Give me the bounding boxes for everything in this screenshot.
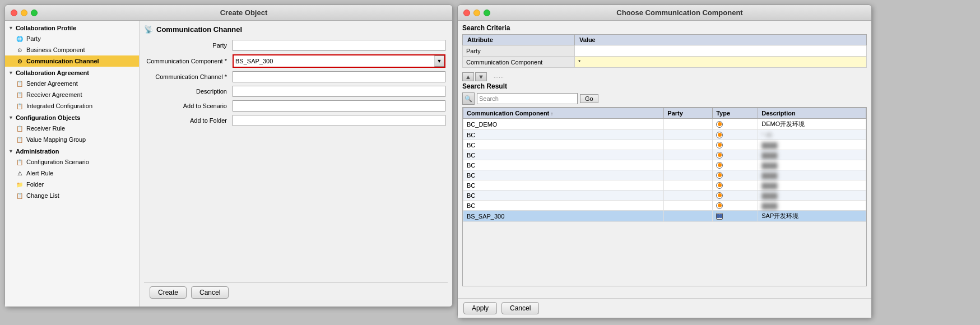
row-component: BC [463,150,664,160]
row-type [713,180,758,191]
communication-component-lookup-button[interactable]: ▼ [434,55,444,67]
communication-channel-input[interactable] [233,71,445,82]
administration-section: ▼ Administration 📋 Configuration Scenari… [5,146,139,201]
row-description: DEMO开发环境 [758,119,866,130]
close-button-right[interactable] [463,10,470,16]
party-icon: 🌐 [15,34,24,43]
blurred-desc: ████ [761,193,777,199]
communication-component-value[interactable] [575,57,867,68]
sidebar-item-party[interactable]: 🌐 Party [5,33,139,44]
add-to-scenario-input[interactable] [233,100,445,112]
description-row: Description [144,84,448,99]
sidebar-item-receiver-agreement[interactable]: 📋 Receiver Agreement [5,89,139,100]
description-input[interactable] [233,86,445,97]
collaboration-agreement-header[interactable]: ▼ Collaboration Agreement [5,68,139,78]
collaboration-agreement-section: ▼ Collaboration Agreement 📋 Sender Agree… [5,68,139,112]
table-row[interactable]: BC * 4B [463,130,866,140]
party-value[interactable] [575,45,867,57]
search-criteria-title: Search Criteria [462,24,867,32]
comm-component-header[interactable]: Communication Component [463,108,664,119]
add-to-folder-input[interactable] [233,115,445,126]
row-description: ████ [758,201,866,211]
radio-dot [716,172,723,179]
communication-channel-row: Communication Channel [144,69,448,84]
nav-up-button[interactable]: ▲ [462,72,474,81]
sidebar-item-alert-rule[interactable]: ⚠ Alert Rule [5,168,139,179]
row-component: BC [463,130,664,140]
communication-channel-label: Communication Channel [144,69,230,84]
sidebar-item-folder[interactable]: 📁 Folder [5,179,139,190]
row-type-selected [713,211,758,222]
row-description: ████ [758,150,866,160]
table-row[interactable]: BC ████ [463,201,866,211]
description-header[interactable]: Description [758,108,866,119]
collaboration-profile-header[interactable]: ▼ Collaboration Profile [5,23,139,33]
party-label: Party [26,35,41,42]
table-row[interactable]: BC ████ [463,180,866,191]
row-type [713,160,758,170]
communication-component-label: Communication Component [144,53,230,69]
row-party-selected [664,211,713,222]
result-scroll-container[interactable]: Communication Component Party Type Descr… [462,107,867,286]
cancel-button-right[interactable]: Cancel [501,302,539,314]
party-input[interactable] [233,40,445,51]
sidebar-item-configuration-scenario[interactable]: 📋 Configuration Scenario [5,156,139,168]
value-mapping-label: Value Mapping Group [26,136,86,143]
sidebar-item-receiver-rule[interactable]: 📋 Receiver Rule [5,123,139,134]
minimize-button-left[interactable] [21,10,27,16]
table-row-selected[interactable]: BS_SAP_300 SAP开发环境 [463,211,866,222]
search-result-title: Search Result [462,82,867,90]
table-row[interactable]: BC_DEMO DEMO开发环境 [463,119,866,130]
communication-component-cell: ▼ [230,53,448,69]
blurred-desc: ████ [761,203,777,209]
main-content-area: 📡 Communication Channel Party Communicat… [140,21,452,307]
sidebar-item-business-component[interactable]: ⊙ Business Component [5,44,139,55]
value-mapping-icon: 📋 [15,135,24,144]
table-row[interactable]: BC ████ [463,150,866,160]
form-table: Party Communication Component ▼ [144,38,448,128]
sender-agreement-label: Sender Agreement [26,80,78,87]
sidebar-item-communication-channel[interactable]: ⊙ Communication Channel [5,55,139,67]
row-description-selected: SAP开发环境 [758,211,866,222]
table-row[interactable]: BC ████ [463,140,866,150]
maximize-button-left[interactable] [31,10,38,16]
row-component: BC [463,201,664,211]
config-scenario-label: Configuration Scenario [26,159,89,165]
party-header[interactable]: Party [664,108,713,119]
cancel-button-left[interactable]: Cancel [191,286,229,299]
go-button[interactable]: Go [580,94,598,103]
row-component: BC_DEMO [463,119,664,130]
communication-component-input[interactable] [234,55,434,67]
close-button-left[interactable] [11,10,17,16]
description-label: Description [144,84,230,99]
row-description: ████ [758,160,866,170]
integrated-configuration-label: Integrated Configuration [26,103,92,109]
sidebar-item-change-list[interactable]: 📋 Change List [5,190,139,201]
table-row[interactable]: BC ████ [463,160,866,170]
radio-dot [716,192,723,199]
search-icon-box[interactable]: 🔍 [462,92,475,105]
left-window-body: ▼ Collaboration Profile 🌐 Party ⊙ Busine… [5,21,452,307]
sidebar-item-sender-agreement[interactable]: 📋 Sender Agreement [5,78,139,89]
add-to-folder-label: Add to Folder [144,113,230,128]
row-description: * 4B [758,130,866,140]
party-criteria-input[interactable] [578,48,863,54]
sidebar-item-integrated-configuration[interactable]: 📋 Integrated Configuration [5,100,139,112]
configuration-objects-header[interactable]: ▼ Configuration Objects [5,113,139,123]
search-input[interactable] [477,93,578,104]
administration-header[interactable]: ▼ Administration [5,146,139,156]
create-button[interactable]: Create [150,286,187,299]
sidebar-item-value-mapping-group[interactable]: 📋 Value Mapping Group [5,134,139,145]
table-row[interactable]: BC ████ [463,191,866,201]
criteria-table: Attribute Value Party Communication Comp… [462,34,867,68]
row-party [664,170,713,180]
communication-component-criteria-input[interactable] [578,59,863,66]
maximize-button-right[interactable] [484,10,490,16]
type-header[interactable]: Type [713,108,758,119]
apply-button[interactable]: Apply [463,302,497,314]
nav-down-button[interactable]: ▼ [475,72,487,81]
minimize-button-right[interactable] [473,10,480,16]
blurred-desc: ████ [761,152,777,159]
table-row[interactable]: BC ████ [463,170,866,180]
search-result-section: Search Result 🔍 Go Communication Compone… [458,82,871,298]
